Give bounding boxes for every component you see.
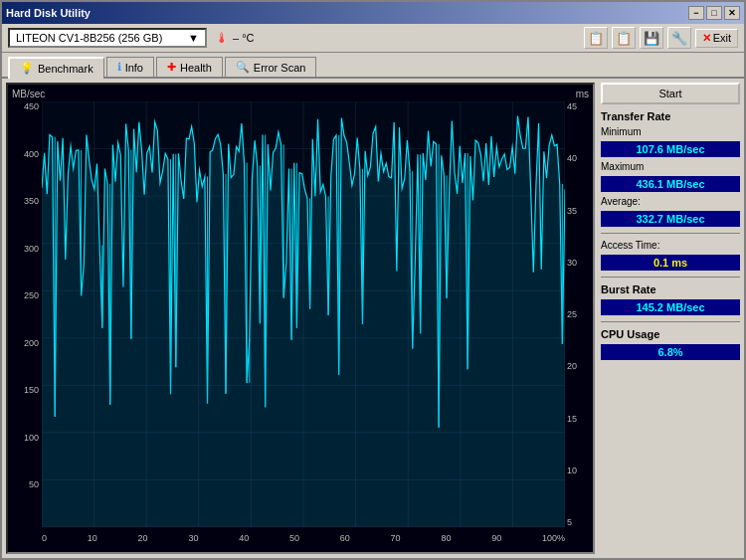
- burst-rate-label: Burst Rate: [601, 283, 740, 295]
- chart-canvas-container: 0 10 20 30 40 50 60 70 80 90 100%: [42, 101, 565, 543]
- exit-label: Exit: [713, 32, 731, 44]
- toolbar-icon-1[interactable]: 📋: [584, 27, 608, 49]
- tab-error-scan[interactable]: 🔍 Error Scan: [225, 57, 317, 77]
- settings-icon: 🔧: [671, 31, 687, 46]
- minimum-value: 107.6 MB/sec: [601, 141, 740, 157]
- maximize-button[interactable]: □: [706, 6, 722, 20]
- temperature-value: – °C: [233, 32, 255, 44]
- tab-health-label: Health: [180, 62, 212, 74]
- access-time-value: 0.1 ms: [601, 255, 740, 271]
- chart-area: MB/sec ms 450 400 350 300 250 200 150 10…: [6, 83, 595, 554]
- right-panel: Start Transfer Rate Minimum 107.6 MB/sec…: [601, 83, 740, 554]
- access-time-label: Access Time:: [601, 240, 740, 251]
- tab-info-label: Info: [125, 62, 143, 74]
- window-title: Hard Disk Utility: [6, 7, 91, 19]
- access-time-section: Access Time: 0.1 ms: [601, 240, 740, 271]
- maximum-label: Maximum: [601, 161, 740, 172]
- divider-2: [601, 277, 740, 278]
- maximum-value: 436.1 MB/sec: [601, 176, 740, 192]
- x-axis: 0 10 20 30 40 50 60 70 80 90 100%: [42, 527, 565, 543]
- tab-info[interactable]: ℹ Info: [106, 57, 154, 77]
- average-value: 332.7 MB/sec: [601, 211, 740, 227]
- title-bar-buttons: − □ ✕: [688, 6, 740, 20]
- stats-section: Transfer Rate Minimum 107.6 MB/sec Maxim…: [601, 110, 740, 227]
- toolbar-icon-3[interactable]: 💾: [640, 27, 663, 49]
- temperature-display: 🌡 – °C: [215, 30, 255, 46]
- device-select: LITEON CV1-8B256 (256 GB) ▼: [8, 28, 207, 48]
- y-axis-left-label: MB/sec: [12, 89, 45, 99]
- burst-rate-section: Burst Rate 145.2 MB/sec: [601, 283, 740, 315]
- transfer-rate-label: Transfer Rate: [601, 110, 740, 122]
- menu-bar: LITEON CV1-8B256 (256 GB) ▼ 🌡 – °C 📋 📋 💾…: [2, 24, 744, 53]
- dropdown-arrow-icon: ▼: [188, 32, 199, 44]
- title-bar: Hard Disk Utility − □ ✕: [2, 2, 744, 24]
- health-icon: ✚: [167, 61, 176, 74]
- minimize-button[interactable]: −: [688, 6, 704, 20]
- chart-labels-top: MB/sec ms: [12, 89, 589, 99]
- toolbar-icon-4[interactable]: 🔧: [667, 27, 691, 49]
- device-dropdown[interactable]: LITEON CV1-8B256 (256 GB) ▼: [8, 28, 207, 48]
- thermometer-icon: 🌡: [215, 30, 229, 46]
- divider-1: [601, 233, 740, 234]
- device-name: LITEON CV1-8B256 (256 GB): [16, 32, 162, 44]
- exit-button[interactable]: ✕ Exit: [695, 29, 738, 48]
- toolbar-icon-2[interactable]: 📋: [612, 27, 636, 49]
- start-button[interactable]: Start: [601, 83, 740, 104]
- tab-health[interactable]: ✚ Health: [156, 57, 223, 77]
- info-icon: ℹ: [117, 61, 121, 74]
- divider-3: [601, 321, 740, 322]
- exit-x-icon: ✕: [702, 32, 711, 45]
- tab-error-scan-label: Error Scan: [254, 62, 306, 74]
- tab-bar: 💡 Benchmark ℹ Info ✚ Health 🔍 Error Scan: [2, 53, 744, 79]
- cpu-usage-section: CPU Usage 6.8%: [601, 328, 740, 360]
- average-label: Average:: [601, 196, 740, 207]
- main-content: MB/sec ms 450 400 350 300 250 200 150 10…: [2, 79, 744, 558]
- cpu-usage-value: 6.8%: [601, 344, 740, 360]
- y-axis-right: 45 40 35 30 25 20 15 10 5: [565, 101, 589, 543]
- error-scan-icon: 🔍: [236, 61, 250, 74]
- title-bar-text: Hard Disk Utility: [6, 7, 91, 19]
- burst-rate-value: 145.2 MB/sec: [601, 299, 740, 315]
- y-axis-right-label: ms: [576, 89, 589, 99]
- main-window: Hard Disk Utility − □ ✕ LITEON CV1-8B256…: [0, 0, 746, 560]
- close-button[interactable]: ✕: [724, 6, 740, 20]
- y-axis-left: 450 400 350 300 250 200 150 100 50: [12, 101, 42, 543]
- tab-benchmark-label: Benchmark: [38, 63, 93, 75]
- minimum-label: Minimum: [601, 126, 740, 137]
- copy-icon: 📋: [588, 31, 604, 46]
- benchmark-icon: 💡: [20, 62, 34, 75]
- benchmark-chart: [42, 101, 565, 527]
- tab-benchmark[interactable]: 💡 Benchmark: [8, 57, 104, 79]
- cpu-usage-label: CPU Usage: [601, 328, 740, 340]
- save-icon: 💾: [644, 31, 659, 46]
- toolbar-icons: 📋 📋 💾 🔧 ✕ Exit: [584, 27, 738, 49]
- copy2-icon: 📋: [616, 31, 632, 46]
